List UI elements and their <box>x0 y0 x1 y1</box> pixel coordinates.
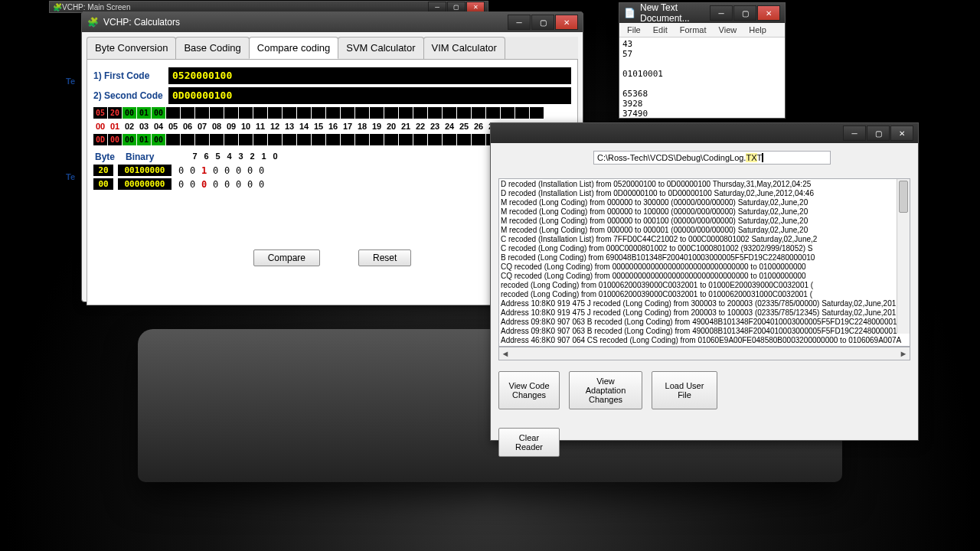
byte-cell[interactable] <box>384 107 398 119</box>
byte-cell[interactable]: 00 <box>108 134 122 145</box>
byte-cell[interactable]: 0D <box>93 134 107 145</box>
byte-cell[interactable] <box>472 134 485 145</box>
byte-cell[interactable] <box>443 107 456 119</box>
menu-format[interactable]: Format <box>674 24 713 36</box>
close-button[interactable]: ✕ <box>555 15 578 30</box>
log-line[interactable]: Address 10:8K0 919 475 J recoded (Long C… <box>501 299 908 308</box>
path-input[interactable]: C:\Ross-Tech\VCDS\Debug\CodingLog.TXT <box>593 151 831 165</box>
tab-byte-conversion[interactable]: Byte Conversion <box>87 37 176 59</box>
scrollbar-horizontal[interactable]: ◄ ► <box>498 347 910 360</box>
log-line[interactable]: C recoded (Long Coding) from 000C0000801… <box>501 244 908 253</box>
maximize-button[interactable]: ▢ <box>531 15 554 30</box>
byte-cell[interactable]: 00 <box>122 107 136 119</box>
tab-svm-calculator[interactable]: SVM Calculator <box>338 37 423 59</box>
byte-cell[interactable] <box>370 134 384 145</box>
log-line[interactable]: Address 10:8K0 919 475 J recoded (Long C… <box>501 308 908 318</box>
notepad-text[interactable] <box>619 37 780 117</box>
byte-cell[interactable]: 05 <box>93 107 107 119</box>
first-code-input[interactable]: 0520000100 <box>168 67 571 84</box>
titlebar[interactable]: ─ ▢ ✕ <box>491 123 918 143</box>
byte-cell[interactable] <box>181 134 194 145</box>
minimize-button[interactable]: ─ <box>710 5 733 21</box>
byte-cell[interactable] <box>283 134 296 145</box>
byte-cell[interactable] <box>326 134 340 145</box>
byte-cell[interactable] <box>253 134 267 145</box>
maximize-button[interactable]: ▢ <box>733 5 756 21</box>
byte-cell[interactable] <box>341 107 354 119</box>
view-code-changes-button[interactable]: View CodeChanges <box>498 371 560 409</box>
byte-cell[interactable] <box>399 134 413 145</box>
byte-cell[interactable]: 00 <box>122 134 136 145</box>
byte-cell[interactable] <box>283 107 296 119</box>
byte-cell[interactable] <box>268 134 282 145</box>
byte-cell[interactable] <box>443 134 456 145</box>
reset-button[interactable]: Reset <box>358 249 411 266</box>
byte-cell[interactable] <box>428 134 442 145</box>
clear-reader-button[interactable]: Clear Reader <box>498 428 560 457</box>
log-list[interactable]: D recoded (Installation List) from 05200… <box>498 178 910 347</box>
menu-help[interactable]: Help <box>743 24 773 36</box>
byte-cell[interactable] <box>472 107 485 119</box>
log-line[interactable]: Address 09:8K0 907 063 B recoded (Long C… <box>501 318 908 327</box>
log-line[interactable]: M recoded (Long Coding) from 000000 to 3… <box>501 198 908 207</box>
titlebar[interactable]: 🧩 VCHP: Calculators ─ ▢ ✕ <box>82 12 583 32</box>
menu-file[interactable]: File <box>621 24 647 36</box>
second-code-input[interactable]: 0D00000100 <box>168 87 571 104</box>
log-line[interactable]: recoded (Long Coding) from 0100062000390… <box>501 281 908 290</box>
log-line[interactable]: recoded (Long Coding) from 0100062000390… <box>501 290 908 299</box>
byte-cell[interactable] <box>413 134 427 145</box>
scroll-right-icon[interactable]: ► <box>897 349 910 358</box>
byte-cell[interactable] <box>195 107 209 119</box>
close-button[interactable]: ✕ <box>890 126 913 141</box>
log-line[interactable]: D recoded (Installation List) from 05200… <box>501 180 908 189</box>
titlebar[interactable]: 📄 New Text Document... ─ ▢ ✕ <box>619 3 785 23</box>
log-line[interactable]: CQ recoded (Long Coding) from 0000000000… <box>501 262 908 272</box>
minimize-button[interactable]: ─ <box>843 126 866 141</box>
scrollbar-vertical[interactable] <box>897 179 910 334</box>
log-line[interactable]: Address 09:8K0 907 063 B recoded (Long C… <box>501 327 908 336</box>
byte-cell[interactable] <box>297 107 311 119</box>
byte-cell[interactable] <box>428 107 442 119</box>
byte-cell[interactable] <box>210 107 224 119</box>
byte-cell[interactable] <box>312 134 325 145</box>
byte-cell[interactable] <box>210 134 224 145</box>
log-line[interactable]: M recoded (Long Coding) from 000000 to 1… <box>501 207 908 217</box>
log-line[interactable]: C recoded (Installation List) from 7FFD0… <box>501 235 908 244</box>
byte-cell[interactable] <box>224 107 238 119</box>
tab-vim-calculator[interactable]: VIM Calculator <box>423 37 505 59</box>
byte-cell[interactable] <box>355 134 369 145</box>
compare-button[interactable]: Compare <box>253 249 320 266</box>
maximize-button[interactable]: ▢ <box>867 126 890 141</box>
log-line[interactable]: Address 46:8K0 907 064 CS recoded (Long … <box>501 336 908 345</box>
byte-cell[interactable] <box>224 134 238 145</box>
load-user-file-button[interactable]: Load User File <box>652 371 717 409</box>
byte-cell[interactable] <box>486 107 500 119</box>
byte-cell[interactable]: 00 <box>152 134 165 145</box>
byte-cell[interactable] <box>181 107 194 119</box>
byte-cell[interactable] <box>253 107 267 119</box>
byte-cell[interactable] <box>195 134 209 145</box>
byte-cell[interactable] <box>515 107 529 119</box>
byte-cell[interactable] <box>384 134 398 145</box>
byte-cell[interactable]: 20 <box>108 107 122 119</box>
log-line[interactable]: CQ recoded (Long Coding) from 0000000000… <box>501 272 908 281</box>
byte-cell[interactable]: 01 <box>137 107 151 119</box>
log-line[interactable]: D recoded (Installation List) from 0D000… <box>501 189 908 198</box>
byte-cell[interactable] <box>166 134 180 145</box>
byte-cell[interactable] <box>326 107 340 119</box>
byte-cell[interactable]: 01 <box>137 134 151 145</box>
minimize-button[interactable]: ─ <box>508 15 531 30</box>
menu-view[interactable]: View <box>713 24 743 36</box>
byte-cell[interactable] <box>166 107 180 119</box>
log-line[interactable]: M recoded (Long Coding) from 000000 to 0… <box>501 226 908 235</box>
view-adaptation-changes-button[interactable]: View AdaptationChanges <box>569 371 642 409</box>
byte-cell[interactable] <box>370 107 384 119</box>
maximize-button[interactable]: ▢ <box>447 2 466 12</box>
log-line[interactable]: B recoded (Long Coding) from 690048B1013… <box>501 253 908 262</box>
byte-cell[interactable] <box>312 107 325 119</box>
byte-cell[interactable] <box>457 107 471 119</box>
tab-base-coding[interactable]: Base Coding <box>175 37 249 59</box>
minimize-button[interactable]: ─ <box>428 2 446 12</box>
scroll-left-icon[interactable]: ◄ <box>499 349 511 358</box>
close-button[interactable]: ✕ <box>466 2 485 12</box>
